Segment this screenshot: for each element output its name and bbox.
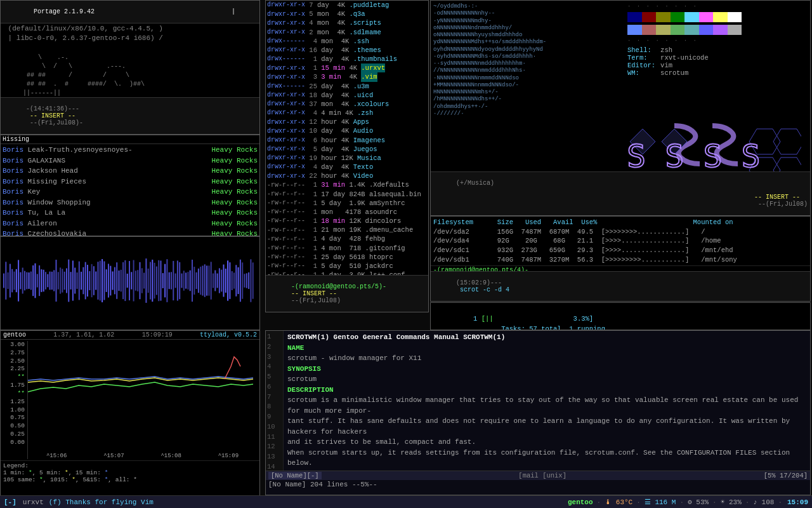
manpage-file-left: [No Name][-] (268, 472, 322, 479)
music-list: Boris Leak-Truth.yesnoyesnoyes- Heavy Ro… (1, 144, 259, 236)
tr-footer-left: (+/Musica) (456, 180, 494, 187)
svg-rect-105 (223, 265, 225, 297)
sysinfo-table: Shell: zsh Term: rxvt-unicode Editor: vi… (627, 46, 709, 77)
ln-8: 8 (267, 402, 282, 412)
svg-rect-71 (152, 260, 153, 302)
sysinfo-editor: Editor: vim (627, 62, 709, 69)
sb-brightness: ☀ 23% (718, 498, 744, 506)
svg-rect-31 (68, 260, 69, 302)
tag-7: Heavy Rocks (211, 218, 258, 229)
portage-footer: -(14:41:36)--- -- INSERT -- --(Fri,Jul08… (1, 97, 259, 134)
svg-rect-27 (60, 267, 61, 293)
music-item-7: Boris Aileron Heavy Rocks (1, 218, 259, 229)
tag-0: Heavy Rocks (211, 145, 258, 156)
y-0.75: 0.75 (3, 414, 25, 422)
aa-10: //NNNNNNNNNNNnmmddddhhhNhs· (433, 67, 624, 74)
aa-8: ·oyhdNNNNNNNMdhs·so/smdddhhhh· (433, 53, 624, 60)
svg-rect-73 (156, 267, 157, 295)
title-5: Window Shopping (28, 199, 91, 206)
scrotum-text-art: S S S S (627, 138, 761, 175)
sysinfo-shell: Shell: zsh (627, 46, 709, 54)
svg-rect-75 (160, 260, 162, 300)
svg-rect-116 (246, 273, 247, 288)
ttyload-extra-stats: 105 same: *, 1015: *, 5&15: *, all: * (3, 476, 137, 483)
svg-rect-42 (91, 264, 93, 297)
count-1015: * (72, 476, 75, 483)
ln-7: 7 (267, 392, 282, 403)
ttyload-y-axis: 3.00 2.75 2.50 2.25 ** 1.75 ** 1.25 1.00… (3, 341, 27, 459)
svg-rect-119 (252, 262, 254, 298)
portage-dash-left: -(14:41:36)--- (26, 105, 79, 112)
ascii1: \ .-. (3, 53, 258, 62)
fs-mode-left: (15:02:9)--- (456, 279, 502, 286)
svg-rect-83 (177, 260, 178, 300)
svg-rect-56 (121, 270, 122, 291)
svg-rect-30 (66, 269, 67, 293)
cpu-pct-1: 3.3%] (573, 315, 594, 323)
manpage-statusline: [No Name][-] [mail [unix] [5% 17/204] (266, 471, 810, 480)
aa-7: oyhdNNNNNNNNNdyooydmddddhhyyhyNd (433, 46, 624, 53)
svg-rect-106 (225, 269, 226, 293)
y-2.50: 2.50 (3, 358, 25, 366)
svg-rect-52 (112, 271, 114, 290)
svg-rect-60 (129, 261, 130, 300)
file-vim: drwxr-xr-x 3 3 min 4K .vim (267, 72, 427, 81)
portage-line2: | libc-0-r0, 2.6.37-gentoo-r4 i686) / (3, 34, 258, 43)
svg-rect-20 (45, 272, 46, 290)
svg-rect-68 (145, 258, 147, 303)
svg-rect-57 (122, 262, 124, 299)
file-dmenucache: -rw-r--r-- 1 21 mon 19K .dmenu_cache (267, 225, 427, 234)
filelist-mode: -- INSERT -- (291, 290, 337, 297)
music-item-6: Boris Tu, La La Heavy Rocks (1, 208, 259, 218)
svg-rect-8 (20, 272, 21, 290)
color-blocks-2 (627, 25, 742, 35)
sb-gentoo: gentoo (565, 498, 596, 506)
cb2-1 (627, 25, 642, 35)
sb-msg: (f) Thanks for flying Vim (46, 498, 156, 506)
svg-rect-55 (119, 271, 120, 291)
svg-rect-118 (250, 259, 251, 302)
file-themes: drwxr-xr-x 16 day 4K .themes (267, 46, 427, 55)
file-zsh: drwxr-xr-x 4 4 min 4K .zsh (267, 109, 427, 117)
music-item-8: Boris Czechoslovakia Heavy Rocks (1, 229, 259, 236)
svg-rect-21 (47, 274, 48, 288)
title-2: Jackson Head (28, 167, 78, 175)
file-uicd: drwxr-xr-x 18 day 4K .uicd (267, 91, 427, 100)
file-xcolours: drwxr-xr-x 37 mon 4K .xcolours (267, 100, 427, 109)
ttyload-loadavg: 1.37, 1.61, 1.62 (53, 331, 114, 338)
cb2-6 (699, 25, 714, 35)
ttyload-graph: 3.00 2.75 2.50 2.25 ** 1.75 ** 1.25 1.00… (1, 340, 259, 460)
statusbar: [-] urxvt (f) Thanks for flying Vim gent… (0, 495, 812, 508)
sysinfo-asciiart: ~/oyddmdhs·:· ·odNNNNNNNNNNnhy·- ·yNNNNN… (433, 3, 624, 117)
y-2.75: 2.75 (3, 349, 25, 358)
svg-rect-26 (58, 272, 59, 289)
svg-rect-93 (198, 269, 199, 293)
svg-rect-25 (56, 260, 57, 302)
ttyload-5min-symbol: * (65, 469, 69, 476)
svg-rect-37 (81, 272, 82, 290)
file-fehbg: -rw-r--r-- 1 4 day 428 fehbg (267, 234, 427, 243)
x-label-1507: ^15:07 (103, 453, 124, 459)
panel-music: Hissing Boris Leak-Truth.yesnoyesnoyes- … (0, 135, 260, 236)
file-thumbnails: drwx------ 1 day 4K .thumbnails (267, 55, 427, 64)
music-item-5: Boris Window Shopping Heavy Rocks (1, 197, 259, 208)
music-header: Hissing (1, 135, 259, 144)
aa-14: /hMNNNNNNNNNNdhs++/- (433, 96, 624, 103)
sysinfo-content: ~/oyddmdhs·:· ·odNNNNNNNNNNnhy·- ·yNNNNN… (431, 1, 810, 120)
ttyload-legend-label: Legend: (3, 462, 29, 469)
ascii2: \ / \ .---. (3, 62, 258, 71)
ttyload-time: 15:09:19 (142, 331, 173, 338)
svg-rect-58 (124, 260, 126, 301)
svg-rect-64 (137, 270, 138, 291)
sysinfo-term: Term: rxvt-unicode (627, 54, 709, 62)
svg-rect-6 (16, 269, 17, 292)
ttyload-15min-symbol: * (105, 469, 108, 476)
cpu-num-1: 1 (473, 315, 477, 323)
svg-rect-77 (164, 264, 166, 298)
tag-2: Heavy Rocks (211, 166, 258, 177)
svg-rect-117 (248, 272, 249, 289)
portage-dash-right: --(Fri,Jul08)- (26, 119, 83, 126)
svg-rect-19 (43, 270, 44, 291)
ttyload-svg (28, 341, 257, 452)
svg-rect-5 (14, 272, 15, 290)
